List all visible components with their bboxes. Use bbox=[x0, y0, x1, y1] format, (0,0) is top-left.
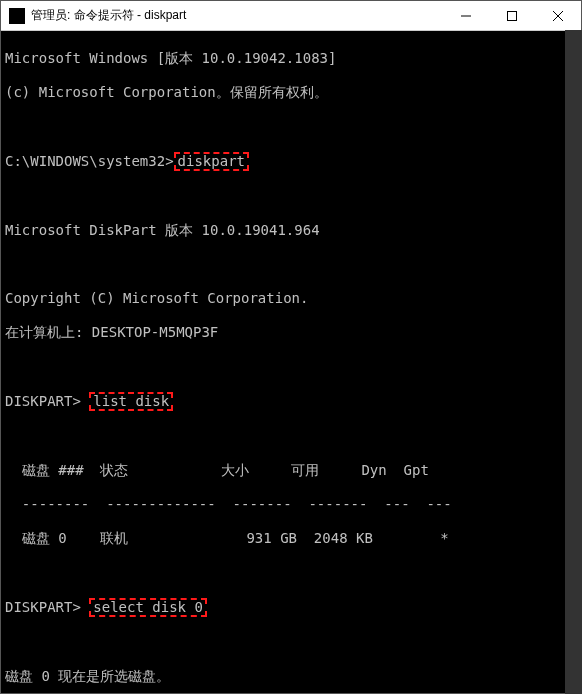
output-line bbox=[5, 564, 577, 581]
output-line: Copyright (C) Microsoft Corporation. bbox=[5, 290, 577, 307]
output-line bbox=[5, 358, 577, 375]
window-buttons bbox=[443, 1, 581, 30]
output-line bbox=[5, 634, 577, 651]
prompt: DISKPART> bbox=[5, 599, 89, 615]
highlighted-command: diskpart bbox=[174, 152, 249, 171]
prompt-line: DISKPART> list disk bbox=[5, 392, 577, 411]
output-line bbox=[5, 118, 577, 135]
table-header: 磁盘 ### 状态 大小 可用 Dyn Gpt bbox=[5, 462, 577, 479]
table-row: 磁盘 0 联机 931 GB 2048 KB * bbox=[5, 530, 577, 547]
output-line bbox=[5, 428, 577, 445]
cmd-window: 管理员: 命令提示符 - diskpart Microsoft Windows … bbox=[0, 0, 582, 694]
prompt: C:\WINDOWS\system32> bbox=[5, 153, 174, 169]
highlighted-command: list disk bbox=[89, 392, 173, 411]
terminal-output[interactable]: Microsoft Windows [版本 10.0.19042.1083] (… bbox=[1, 31, 581, 693]
vertical-scrollbar[interactable] bbox=[565, 30, 582, 694]
output-line bbox=[5, 256, 577, 273]
output-line bbox=[5, 188, 577, 205]
svg-rect-0 bbox=[508, 11, 517, 20]
output-line: Microsoft DiskPart 版本 10.0.19041.964 bbox=[5, 222, 577, 239]
scrollbar-thumb[interactable] bbox=[565, 30, 582, 694]
output-line: (c) Microsoft Corporation。保留所有权利。 bbox=[5, 84, 577, 101]
maximize-button[interactable] bbox=[489, 1, 535, 30]
minimize-button[interactable] bbox=[443, 1, 489, 30]
prompt-line: C:\WINDOWS\system32>diskpart bbox=[5, 152, 577, 171]
window-title: 管理员: 命令提示符 - diskpart bbox=[31, 7, 443, 24]
titlebar[interactable]: 管理员: 命令提示符 - diskpart bbox=[1, 1, 581, 31]
prompt-line: DISKPART> select disk 0 bbox=[5, 598, 577, 617]
highlighted-command: select disk 0 bbox=[89, 598, 207, 617]
table-rule: -------- ------------- ------- ------- -… bbox=[5, 496, 577, 513]
output-line: 在计算机上: DESKTOP-M5MQP3F bbox=[5, 324, 577, 341]
output-line: Microsoft Windows [版本 10.0.19042.1083] bbox=[5, 50, 577, 67]
app-icon bbox=[9, 8, 25, 24]
close-button[interactable] bbox=[535, 1, 581, 30]
output-line: 磁盘 0 现在是所选磁盘。 bbox=[5, 668, 577, 685]
prompt: DISKPART> bbox=[5, 393, 89, 409]
